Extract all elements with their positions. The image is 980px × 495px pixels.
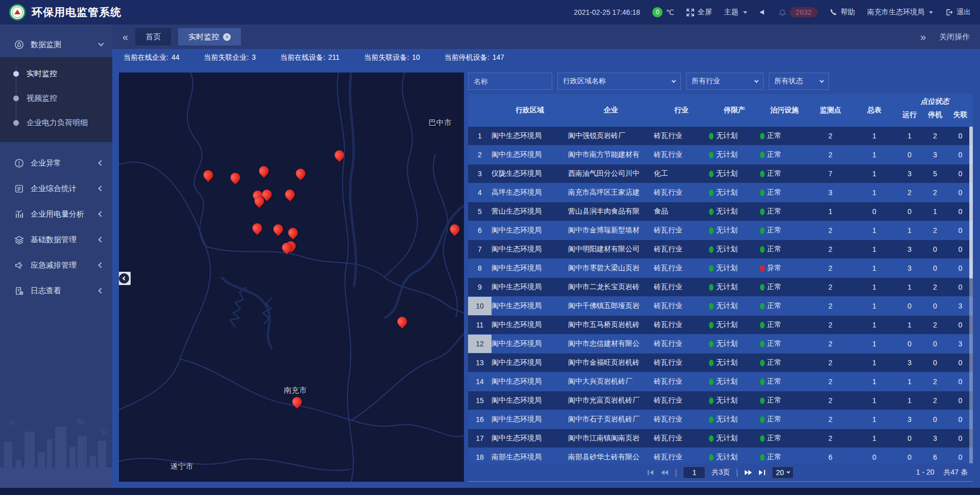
- column-header-company: 企业: [568, 106, 654, 115]
- page-size-select[interactable]: 20: [772, 466, 794, 479]
- map-panel[interactable]: 巴中市南充市遂宁市: [119, 73, 464, 482]
- table-row[interactable]: 13阆中生态环境局阆中市金福旺页岩机砖砖瓦行业无计划正常21300: [468, 353, 973, 372]
- tab-home[interactable]: 首页: [135, 28, 171, 45]
- row-number: 15: [468, 391, 492, 410]
- cell-total-meters: 1: [852, 434, 897, 442]
- sidebar-subitem-video[interactable]: 视频监控: [0, 86, 112, 110]
- layers-icon: [14, 235, 24, 245]
- theme-dropdown[interactable]: 主题: [724, 8, 747, 17]
- page-number-input[interactable]: [683, 466, 705, 479]
- region-select[interactable]: 行政区域名称: [557, 73, 681, 90]
- cell-stopped: 2: [922, 378, 948, 386]
- sidebar-item-label: 企业用电量分析: [31, 209, 84, 219]
- table-row[interactable]: 17阆中生态环境局阆中市江南镇阆南页岩砖瓦行业无计划正常21030: [468, 429, 973, 448]
- table-row[interactable]: 3仪陇生态环境局西南油气田分公司川中化工无计划正常71350: [468, 164, 973, 183]
- tab-realtime-monitor[interactable]: 实时监控 ×: [178, 28, 241, 45]
- sidebar-item-logs[interactable]: 日志查看: [0, 278, 112, 303]
- table-row[interactable]: 12阆中生态环境局阆中市忠信建材有限公砖瓦行业无计划正常21003: [468, 335, 973, 353]
- log-file-icon: [14, 286, 24, 296]
- column-header-run: 运行: [897, 107, 922, 120]
- table-row[interactable]: 5营山生态环境局营山县润丰肉食品有限食品无计划正常10010: [468, 202, 973, 221]
- org-dropdown[interactable]: 南充市生态环境局: [867, 8, 933, 17]
- cell-stopped: 0: [922, 302, 948, 310]
- cell-running: 1: [897, 396, 922, 405]
- cell-total-meters: 1: [852, 321, 897, 329]
- table-row[interactable]: 15阆中生态环境局阆中市光富页岩机砖厂砖瓦行业无计划正常21120: [468, 391, 973, 410]
- stat-value: 44: [172, 53, 180, 62]
- industry-select[interactable]: 所有行业: [686, 73, 764, 90]
- row-number: 6: [468, 221, 492, 240]
- tabs-scroll-left-button[interactable]: «: [122, 32, 128, 42]
- bell-icon: [779, 9, 786, 16]
- sidebar-item-power-analysis[interactable]: 企业用电量分析: [0, 201, 112, 227]
- close-operations-button[interactable]: 关闭操作: [939, 32, 970, 42]
- cell-region: 阆中生态环境局: [492, 131, 568, 140]
- tabs-scroll-right-button[interactable]: »: [920, 32, 926, 42]
- cell-total-meters: 1: [852, 415, 897, 423]
- table-row[interactable]: 16阆中生态环境局阆中市石子页岩机砖厂砖瓦行业无计划正常21300: [468, 410, 973, 429]
- table-row[interactable]: 1阆中生态环境局阆中强锐页岩砖厂砖瓦行业无计划正常21120: [468, 127, 973, 146]
- cell-facility-status: 正常: [760, 434, 809, 443]
- sidebar-subitem-power-load[interactable]: 企业电力负荷明细: [0, 110, 112, 135]
- chevron-down-icon: [820, 78, 824, 82]
- notification-button[interactable]: 2632: [779, 7, 818, 17]
- cell-monitor-points: 2: [809, 434, 852, 442]
- sidebar-item-emergency[interactable]: 应急减排管理: [0, 252, 112, 278]
- mute-button[interactable]: [760, 9, 767, 16]
- table-row[interactable]: 7阆中生态环境局阆中明阳建材有限公司砖瓦行业无计划正常21300: [468, 240, 973, 259]
- cell-company: 阆中市石子页岩机砖厂: [568, 415, 654, 424]
- last-page-button[interactable]: [758, 469, 766, 476]
- table-row[interactable]: 2阆中生态环境局阆中市南方节能建材有砖瓦行业无计划正常21030: [468, 146, 973, 164]
- map-collapse-button[interactable]: [119, 272, 131, 285]
- status-dot-green: [760, 379, 765, 385]
- chevron-left-icon: [98, 160, 104, 166]
- chevron-down-icon: [929, 11, 933, 14]
- table-row[interactable]: 14阆中生态环境局阆中大兴页岩机砖厂砖瓦行业无计划正常21120: [468, 372, 973, 391]
- cell-limit-status: 无计划: [709, 188, 760, 197]
- cell-monitor-points: 2: [809, 415, 852, 423]
- cell-region: 仪陇生态环境局: [492, 169, 568, 178]
- cell-running: 1: [897, 226, 922, 234]
- cell-industry: 砖瓦行业: [654, 150, 709, 159]
- top-header: 环保用电监管系统 2021-02-25 17:46:18 0 ℃ 全屏 主题: [0, 0, 980, 25]
- status-dot-red: [760, 265, 765, 272]
- status-select[interactable]: 所有状态: [769, 73, 829, 90]
- status-dot-green: [760, 227, 765, 234]
- cell-region: 南部生态环境局: [492, 453, 568, 462]
- next-page-button[interactable]: [744, 469, 752, 476]
- sidebar-item-data-monitor[interactable]: 数据监测: [0, 32, 112, 57]
- sidebar-item-label: 应急减排管理: [31, 261, 77, 270]
- table-row[interactable]: 9阆中生态环境局阆中市二龙长宝页岩砖砖瓦行业无计划正常21120: [468, 278, 973, 297]
- name-search-input[interactable]: [468, 73, 552, 90]
- cell-total-meters: 0: [852, 453, 897, 461]
- table-scrollbar[interactable]: [969, 127, 973, 463]
- cell-total-meters: 1: [852, 264, 897, 272]
- logout-button[interactable]: 退出: [945, 8, 971, 17]
- table-row[interactable]: 11阆中生态环境局阆中市五马桥页岩机砖砖瓦行业无计划正常21120: [468, 316, 973, 335]
- cell-company: 阆中市二龙长宝页岩砖: [568, 282, 654, 292]
- table-row[interactable]: 10阆中生态环境局阆中千佛镇五郎垭页岩砖瓦行业无计划正常21003: [468, 297, 973, 316]
- cell-total-meters: 1: [852, 245, 897, 253]
- column-header-limit: 停限产: [709, 106, 760, 115]
- sidebar-item-base-data[interactable]: 基础数据管理: [0, 227, 112, 252]
- table-row[interactable]: 18南部生态环境局南部县砂华土砖有限公砖瓦行业无计划正常60060: [468, 448, 973, 463]
- org-label: 南充市生态环境局: [867, 8, 924, 17]
- table-row[interactable]: 8阆中生态环境局阆中市枣碧大梁山页岩砖瓦行业无计划异常21300: [468, 259, 973, 278]
- cell-company: 阆中市忠信建材有限公: [568, 339, 654, 348]
- table-row[interactable]: 4高坪生态环境局南充市高坪区王家店建砖瓦行业无计划正常31220: [468, 183, 973, 202]
- fullscreen-button[interactable]: 全屏: [687, 8, 712, 17]
- chevron-down-icon: [787, 469, 790, 473]
- row-number: 17: [468, 429, 492, 447]
- row-number: 18: [468, 448, 492, 463]
- help-button[interactable]: 帮助: [830, 8, 855, 17]
- first-page-button[interactable]: [647, 469, 654, 476]
- sidebar-item-company-abnormal[interactable]: 企业异常: [0, 150, 112, 176]
- previous-page-button[interactable]: [660, 469, 669, 476]
- sidebar-item-company-stats[interactable]: 企业综合统计: [0, 176, 112, 201]
- cell-limit-status: 无计划: [709, 377, 760, 386]
- close-icon[interactable]: ×: [223, 33, 231, 41]
- table-row[interactable]: 6阆中生态环境局阆中市金博瑞新型墙材砖瓦行业无计划正常21120: [468, 221, 973, 240]
- sidebar-subitem-realtime[interactable]: 实时监控: [0, 61, 112, 86]
- sidebar-item-label: 日志查看: [31, 286, 61, 296]
- cell-industry: 砖瓦行业: [654, 415, 709, 424]
